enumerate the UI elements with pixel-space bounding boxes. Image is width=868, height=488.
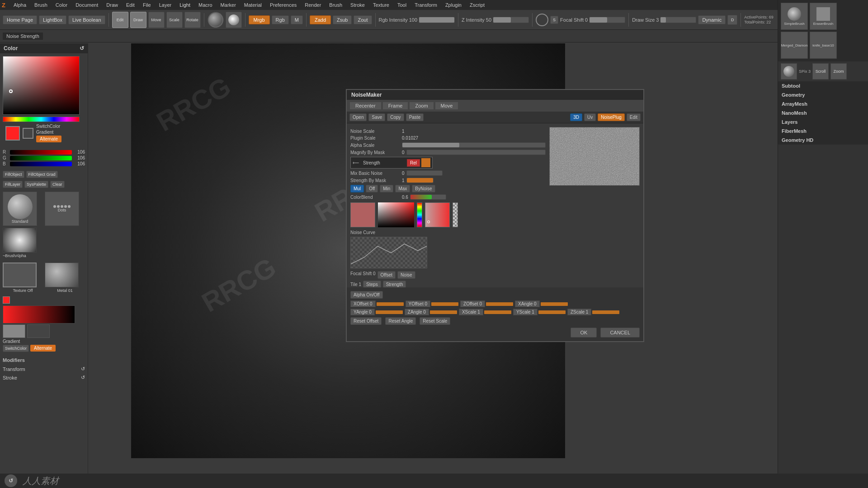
zscale-value[interactable]: ZScale 1	[567, 309, 591, 315]
fill-layer-button[interactable]: FillLayer	[3, 181, 23, 188]
yangle-value[interactable]: YAngle 0	[350, 309, 375, 315]
color-blend-slider[interactable]	[410, 194, 446, 200]
offset-label-btn[interactable]: Offset	[377, 271, 396, 279]
fill-object-grad-button[interactable]: FillObject Grad	[26, 171, 58, 178]
sphere-preview[interactable]	[208, 12, 224, 28]
menu-color[interactable]: Color	[52, 1, 71, 9]
zoom-icon[interactable]: Zoom	[830, 63, 847, 80]
eraser-brush-icon[interactable]: EraserBrush	[810, 3, 837, 30]
menu-macro[interactable]: Macro	[195, 1, 216, 9]
scroll-icon[interactable]: Scroll	[812, 63, 829, 80]
metal01-area[interactable]: Metal 01	[45, 263, 85, 293]
ok-button[interactable]: OK	[571, 328, 597, 338]
menu-file[interactable]: File	[139, 1, 155, 9]
subtool-title[interactable]: Subtool	[778, 81, 868, 90]
focal-shift-slider[interactable]	[589, 17, 625, 23]
switch-color-label[interactable]: SwitchColor	[36, 124, 61, 129]
transform-refresh-icon[interactable]: ↺	[81, 366, 85, 372]
menu-alpha[interactable]: Alpha	[10, 1, 30, 9]
strength-by-mask-slider[interactable]	[406, 178, 434, 183]
draw-button[interactable]: Draw	[130, 12, 146, 28]
recenter-button[interactable]: Recenter	[349, 102, 382, 110]
clear-button[interactable]: Clear	[50, 181, 65, 188]
menu-zscript[interactable]: Zscript	[466, 1, 488, 9]
menu-transform[interactable]: Transform	[411, 1, 441, 9]
brush-alpha-area[interactable]: ~BrushAlpha	[3, 228, 85, 258]
zoffset-slider[interactable]	[486, 302, 513, 306]
reset-angle-button[interactable]: Reset Angle	[385, 317, 416, 325]
brush-preview-small[interactable]	[781, 63, 797, 80]
zangle-slider[interactable]	[430, 310, 457, 314]
yangle-slider[interactable]	[376, 310, 403, 314]
color-saturation-picker[interactable]	[3, 56, 80, 115]
zsub-button[interactable]: Zsub	[333, 15, 352, 24]
sys-palette-button[interactable]: SysPalette	[24, 181, 48, 188]
menu-texture[interactable]: Texture	[369, 1, 393, 9]
menu-light[interactable]: Light	[176, 1, 194, 9]
xscale-value[interactable]: XScale 1	[459, 309, 483, 315]
alpha-on-off-button[interactable]: Alpha On/Off	[350, 291, 383, 299]
gradient-label[interactable]: Gradient	[36, 130, 61, 135]
zscale-slider[interactable]	[592, 310, 619, 314]
yscale-slider[interactable]	[538, 310, 566, 314]
menu-preferences[interactable]: Preferences	[266, 1, 300, 9]
mrgb-button[interactable]: Mrgb	[249, 15, 270, 24]
move-button[interactable]: Move	[148, 12, 165, 28]
merged-diamond-icon[interactable]: Merged_Diamon	[781, 32, 808, 59]
zoom-button[interactable]: Zoom	[409, 102, 434, 110]
r-slider[interactable]	[10, 150, 72, 155]
simple-brush-icon[interactable]: SimpleBrush	[781, 3, 808, 30]
menu-layer[interactable]: Layer	[156, 1, 175, 9]
home-page-button[interactable]: Home Page	[3, 15, 37, 24]
mix-basic-noise-slider[interactable]	[406, 170, 443, 176]
edit-button2[interactable]: Edit	[627, 113, 641, 121]
g-slider[interactable]	[10, 156, 72, 160]
alpha-scale-slider[interactable]	[402, 142, 546, 148]
edit-button[interactable]: Edit	[112, 12, 128, 28]
rel-button[interactable]: Rel	[407, 159, 420, 167]
primary-color-swatch[interactable]	[5, 126, 20, 141]
3d-button[interactable]: 3D	[570, 113, 582, 121]
gradient-swatch1[interactable]	[3, 324, 25, 338]
off-button[interactable]: Off	[366, 185, 378, 192]
dots-brush-btn[interactable]: Dots	[45, 192, 79, 226]
zangle-value[interactable]: ZAngle 0	[405, 309, 429, 315]
copy-button[interactable]: Copy	[387, 113, 404, 121]
noise-curve-preview[interactable]	[350, 237, 427, 268]
fiber-mesh-title[interactable]: FiberMesh	[778, 127, 868, 136]
save-button[interactable]: Save	[368, 113, 385, 121]
zout-button[interactable]: Zout	[354, 15, 372, 24]
m-button[interactable]: M	[291, 15, 303, 24]
nm-hue-strip[interactable]	[417, 202, 422, 227]
xangle-value[interactable]: XAngle 0	[515, 300, 540, 307]
uv-button[interactable]: Uv	[584, 113, 596, 121]
xoffset-slider[interactable]	[377, 302, 404, 306]
paste-button[interactable]: Paste	[406, 113, 424, 121]
menu-zplugin[interactable]: Zplugin	[442, 1, 465, 9]
magnify-slider[interactable]	[406, 150, 546, 155]
dynamic-button[interactable]: Dynamic	[698, 15, 726, 24]
yscale-value[interactable]: YScale 1	[513, 309, 538, 315]
stroke-modifier[interactable]: Stroke ↺	[3, 373, 85, 382]
menu-edit[interactable]: Edit	[123, 1, 138, 9]
texture-off-area[interactable]: Texture Off	[3, 263, 43, 293]
fill-object-button[interactable]: FillObject	[3, 171, 24, 178]
move-button2[interactable]: Move	[435, 102, 459, 110]
menu-brush2[interactable]: Brush	[326, 1, 346, 9]
menu-marker[interactable]: Marker	[217, 1, 240, 9]
max-button[interactable]: Max	[395, 185, 410, 192]
secondary-color-swatch[interactable]	[23, 128, 33, 139]
s-toggle[interactable]: S	[550, 16, 558, 24]
nm-color-picker-main[interactable]	[378, 202, 414, 227]
zadd-button[interactable]: Zadd	[310, 15, 331, 24]
hue-slider[interactable]	[3, 117, 80, 122]
nm-color-swatch1[interactable]	[350, 202, 375, 227]
by-noise-button[interactable]: ByNoise	[412, 185, 435, 192]
rotate-button[interactable]: Rotate	[184, 12, 201, 28]
noise-label-btn[interactable]: Noise	[397, 271, 415, 279]
zoffset-value[interactable]: ZOffset 0	[460, 300, 485, 307]
scale-button[interactable]: Scale	[166, 12, 183, 28]
transform-modifier[interactable]: Transform ↺	[3, 365, 85, 373]
menu-render[interactable]: Render	[301, 1, 325, 9]
alternate-button[interactable]: Alternate	[36, 136, 61, 142]
